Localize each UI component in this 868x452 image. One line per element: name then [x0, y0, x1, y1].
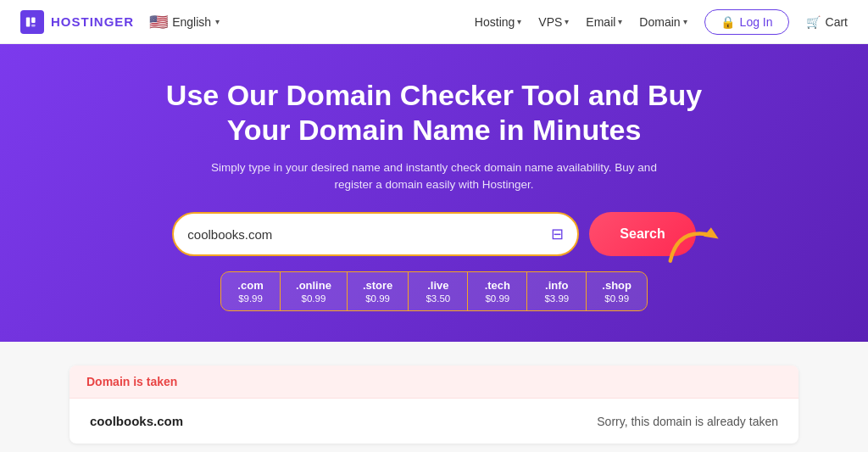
nav-right: Hosting ▾ VPS ▾ Email ▾ Domain ▾ 🔒 Log I… — [475, 9, 848, 35]
search-input[interactable] — [187, 227, 551, 242]
result-domain: coolbooks.com — [90, 414, 183, 428]
navbar: HOSTINGER 🇺🇸 English ▾ Hosting ▾ VPS ▾ E… — [0, 0, 868, 44]
brand-name: HOSTINGER — [51, 14, 134, 29]
svg-rect-2 — [31, 24, 36, 26]
login-button[interactable]: 🔒 Log In — [704, 9, 789, 35]
nav-left: HOSTINGER 🇺🇸 English ▾ — [20, 10, 220, 34]
result-taken-message: Sorry, this domain is already taken — [597, 415, 778, 428]
result-status-header: Domain is taken — [86, 375, 177, 388]
nav-vps[interactable]: VPS ▾ — [538, 15, 569, 29]
nav-email[interactable]: Email ▾ — [586, 15, 622, 29]
chevron-down-icon: ▾ — [683, 17, 687, 26]
tld-item[interactable]: .shop$0.99 — [587, 272, 647, 310]
tld-item[interactable]: .com$9.99 — [221, 272, 281, 310]
language-label: English — [172, 15, 211, 29]
tld-item[interactable]: .tech$0.99 — [468, 272, 527, 310]
search-button[interactable]: Search — [589, 212, 695, 256]
filter-icon[interactable]: ⊟ — [551, 225, 564, 243]
result-header: Domain is taken — [70, 366, 798, 399]
cart-button[interactable]: 🛒 Cart — [806, 15, 848, 29]
result-row: coolbooks.com Sorry, this domain is alre… — [70, 399, 798, 444]
logo-icon — [20, 10, 44, 34]
chevron-down-icon: ▾ — [565, 17, 569, 26]
nav-hosting[interactable]: Hosting ▾ — [475, 15, 521, 29]
hero-section: Use Our Domain Checker Tool and Buy Your… — [0, 44, 868, 342]
results-section: Domain is taken coolbooks.com Sorry, thi… — [0, 342, 868, 452]
tld-item[interactable]: .info$3.99 — [527, 272, 587, 310]
language-selector[interactable]: 🇺🇸 English ▾ — [149, 13, 220, 31]
cart-icon: 🛒 — [806, 15, 821, 29]
hero-headline: Use Our Domain Checker Tool and Buy Your… — [146, 78, 722, 148]
tld-options: .com$9.99.online$0.99.store$0.99.live$3.… — [220, 271, 648, 311]
hero-subtitle: Simply type in your desired name and ins… — [205, 159, 663, 194]
lock-icon: 🔒 — [721, 15, 735, 29]
tld-item[interactable]: .live$3.50 — [409, 272, 468, 310]
nav-domain[interactable]: Domain ▾ — [639, 15, 687, 29]
chevron-down-icon: ▾ — [618, 17, 622, 26]
search-input-wrap: ⊟ — [172, 212, 579, 256]
flag-icon: 🇺🇸 — [149, 13, 168, 31]
svg-rect-0 — [26, 17, 31, 26]
svg-marker-3 — [704, 227, 719, 238]
search-row: ⊟ Search — [17, 212, 851, 256]
result-card: Domain is taken coolbooks.com Sorry, thi… — [70, 366, 798, 444]
svg-rect-1 — [31, 17, 36, 22]
chevron-down-icon: ▾ — [215, 17, 220, 26]
chevron-down-icon: ▾ — [517, 17, 521, 26]
tld-item[interactable]: .online$0.99 — [281, 272, 348, 310]
logo[interactable]: HOSTINGER — [20, 10, 134, 34]
tld-item[interactable]: .store$0.99 — [348, 272, 409, 310]
